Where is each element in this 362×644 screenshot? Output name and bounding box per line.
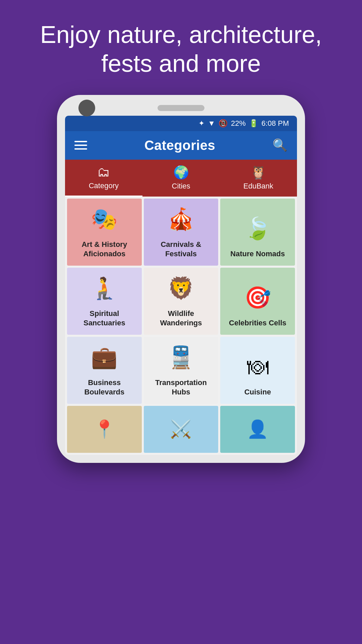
carnivals-icon: 🎪 [168, 207, 194, 232]
category-art-history[interactable]: 🎭 Art & History Aficionados [67, 199, 142, 266]
cuisine-label: Cuisine [244, 387, 271, 397]
category-row4-1[interactable]: 📍 [67, 406, 142, 453]
category-celebrities[interactable]: 🎯 Celebrities Cells [220, 268, 295, 335]
hero-text: Enjoy nature, architecture, fests and mo… [0, 0, 362, 95]
celebrities-label: Celebrities Cells [229, 318, 286, 328]
category-business[interactable]: 💼 Business Boulevards [67, 337, 142, 404]
nature-icon: 🍃 [244, 216, 271, 241]
phone-camera [78, 100, 95, 116]
row4-3-icon: 👤 [247, 419, 268, 439]
wifi-icon: ▼ [208, 119, 215, 128]
edubank-tab-label: EduBank [243, 182, 273, 191]
tab-edubank[interactable]: 🦉 EduBank [220, 160, 297, 197]
art-history-icon: 🎭 [91, 207, 118, 232]
cities-tab-icon: 🌍 [173, 165, 189, 180]
category-tab-label: Category [89, 181, 119, 190]
category-transportation[interactable]: 🚆 Transportation Hubs [144, 337, 219, 404]
network-icon: ✦ [198, 119, 204, 128]
tab-cities[interactable]: 🌍 Cities [142, 160, 220, 197]
app-bar-title: Categories [144, 138, 216, 153]
art-history-label: Art & History Aficionados [70, 240, 138, 259]
business-icon: 💼 [91, 345, 118, 370]
wildlife-label: Wildlife Wanderings [147, 309, 215, 328]
menu-button[interactable] [74, 141, 87, 150]
row4-2-icon: ⚔️ [170, 419, 192, 439]
category-cuisine[interactable]: 🍽 Cuisine [220, 337, 295, 404]
category-tab-icon: 🗂 [97, 165, 110, 179]
cities-tab-label: Cities [172, 182, 190, 191]
tab-bar: 🗂 Category 🌍 Cities 🦉 EduBank [65, 160, 297, 197]
category-carnivals[interactable]: 🎪 Carnivals & Festivals [144, 199, 219, 266]
category-nature[interactable]: 🍃 Nature Nomads [220, 199, 295, 266]
search-button[interactable]: 🔍 [273, 138, 288, 152]
category-grid: 🎭 Art & History Aficionados 🎪 Carnivals … [65, 197, 297, 406]
nature-label: Nature Nomads [230, 249, 285, 259]
status-icons: ✦ ▼ 📵 22% 🔋 6:08 PM [198, 119, 289, 128]
spiritual-icon: 🧎 [91, 276, 118, 301]
battery-text: 22% [231, 119, 246, 128]
tab-category[interactable]: 🗂 Category [65, 160, 142, 197]
row4-1-icon: 📍 [94, 419, 115, 439]
transportation-label: Transportation Hubs [147, 378, 215, 397]
phone-screen: ✦ ▼ 📵 22% 🔋 6:08 PM Categories 🔍 🗂 Categ… [65, 116, 297, 455]
app-bar: Categories 🔍 [65, 131, 297, 160]
signal-icon: 📵 [219, 119, 228, 128]
partial-row: 📍 ⚔️ 👤 [65, 406, 297, 455]
category-row4-3[interactable]: 👤 [220, 406, 295, 453]
phone-mockup: ✦ ▼ 📵 22% 🔋 6:08 PM Categories 🔍 🗂 Categ… [57, 95, 305, 463]
edubank-tab-icon: 🦉 [250, 165, 266, 180]
battery-icon: 🔋 [249, 119, 258, 128]
time-display: 6:08 PM [261, 119, 289, 128]
transportation-icon: 🚆 [168, 345, 194, 370]
phone-speaker [158, 105, 204, 111]
phone-top [65, 105, 297, 111]
business-label: Business Boulevards [70, 378, 138, 397]
wildlife-icon: 🦁 [168, 276, 194, 301]
carnivals-label: Carnivals & Festivals [147, 240, 215, 259]
celebrities-icon: 🎯 [244, 285, 271, 310]
category-wildlife[interactable]: 🦁 Wildlife Wanderings [144, 268, 219, 335]
status-bar: ✦ ▼ 📵 22% 🔋 6:08 PM [65, 116, 297, 131]
spiritual-label: Spiritual Sanctuaries [70, 309, 138, 328]
category-spiritual[interactable]: 🧎 Spiritual Sanctuaries [67, 268, 142, 335]
cuisine-icon: 🍽 [247, 355, 268, 379]
category-row4-2[interactable]: ⚔️ [144, 406, 219, 453]
